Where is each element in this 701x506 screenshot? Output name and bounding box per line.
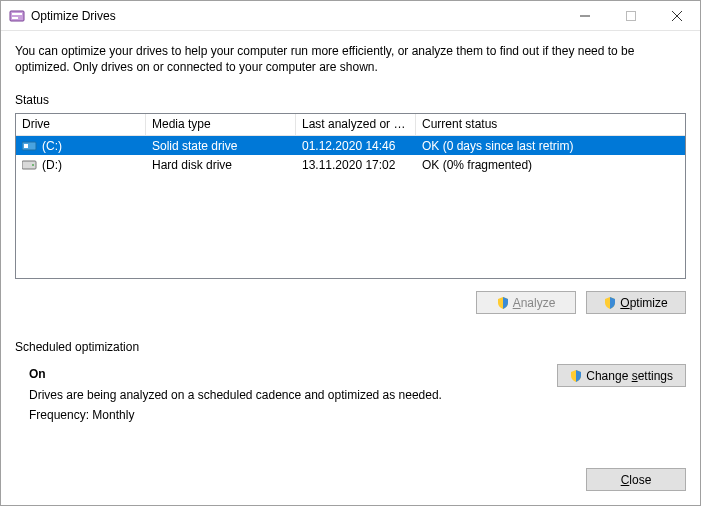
drive-status: OK (0% fragmented)	[416, 158, 685, 172]
svg-rect-4	[627, 11, 636, 20]
shield-icon	[570, 370, 582, 382]
svg-rect-0	[10, 11, 24, 21]
drive-row[interactable]: (D:) Hard disk drive 13.11.2020 17:02 OK…	[16, 155, 685, 174]
scheduled-optimization-label: Scheduled optimization	[15, 340, 686, 354]
shield-icon	[497, 297, 509, 309]
drive-last-analyzed: 13.11.2020 17:02	[296, 158, 416, 172]
svg-rect-2	[12, 17, 18, 19]
scheduled-state: On	[29, 364, 557, 384]
close-window-button[interactable]	[654, 1, 700, 30]
svg-rect-1	[12, 13, 22, 15]
optimize-drives-window: Optimize Drives You can optimize your dr…	[0, 0, 701, 506]
drive-name: (D:)	[42, 158, 62, 172]
column-current-status[interactable]: Current status	[416, 114, 685, 135]
maximize-button	[608, 1, 654, 30]
app-icon	[9, 8, 25, 24]
column-media-type[interactable]: Media type	[146, 114, 296, 135]
drive-status: OK (0 days since last retrim)	[416, 139, 685, 153]
titlebar: Optimize Drives	[1, 1, 700, 31]
change-settings-button[interactable]: Change settings	[557, 364, 686, 387]
drive-list-header: Drive Media type Last analyzed or o... C…	[16, 114, 685, 136]
svg-point-10	[32, 164, 34, 166]
description-text: You can optimize your drives to help you…	[15, 43, 686, 75]
ssd-drive-icon	[22, 140, 38, 152]
drive-action-buttons: Analyze Optimize	[15, 291, 686, 314]
drive-last-analyzed: 01.12.2020 14:46	[296, 139, 416, 153]
window-buttons	[562, 1, 700, 30]
minimize-button[interactable]	[562, 1, 608, 30]
close-button[interactable]: Close	[586, 468, 686, 491]
footer-buttons: Close	[15, 468, 686, 491]
close-button-label: Close	[621, 473, 652, 487]
window-title: Optimize Drives	[31, 9, 562, 23]
status-label: Status	[15, 93, 686, 107]
optimize-button[interactable]: Optimize	[586, 291, 686, 314]
scheduled-description: Drives are being analyzed on a scheduled…	[29, 385, 557, 405]
drive-media: Hard disk drive	[146, 158, 296, 172]
analyze-button: Analyze	[476, 291, 576, 314]
drive-name: (C:)	[42, 139, 62, 153]
drive-media: Solid state drive	[146, 139, 296, 153]
column-last-analyzed[interactable]: Last analyzed or o...	[296, 114, 416, 135]
svg-rect-8	[24, 144, 28, 148]
hdd-drive-icon	[22, 159, 38, 171]
change-settings-label: Change settings	[586, 369, 673, 383]
scheduled-frequency: Frequency: Monthly	[29, 405, 557, 425]
optimize-button-label: Optimize	[620, 296, 667, 310]
shield-icon	[604, 297, 616, 309]
scheduled-optimization-section: Scheduled optimization On Drives are bei…	[15, 340, 686, 425]
analyze-button-label: Analyze	[513, 296, 556, 310]
drive-list[interactable]: Drive Media type Last analyzed or o... C…	[15, 113, 686, 279]
scheduled-optimization-text: On Drives are being analyzed on a schedu…	[15, 364, 557, 425]
drive-row[interactable]: (C:) Solid state drive 01.12.2020 14:46 …	[16, 136, 685, 155]
column-drive[interactable]: Drive	[16, 114, 146, 135]
content-area: You can optimize your drives to help you…	[1, 31, 700, 505]
